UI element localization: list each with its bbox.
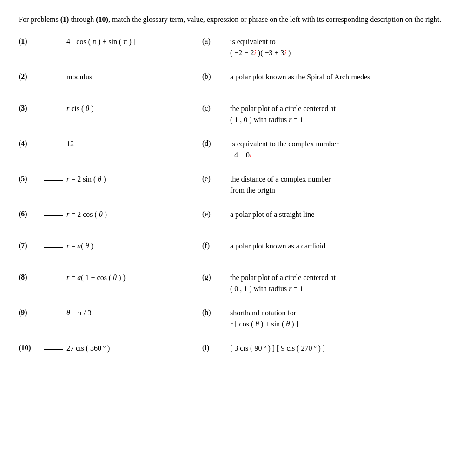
match-description: a polar plot known as the Spiral of Arch…	[230, 72, 457, 83]
problem-number: (1)	[19, 36, 44, 46]
match-letter: (a)	[202, 36, 230, 46]
problem-expression-area: θ = π / 3	[44, 307, 202, 319]
problem-expression: modulus	[66, 72, 92, 83]
problem-row: (6) r = 2 cos ( θ ) (e) a polar plot of …	[19, 209, 457, 228]
problem-number: (4)	[19, 138, 44, 148]
match-description: is equivalent to the complex number −4 +…	[230, 138, 457, 161]
match-description: the polar plot of a circle centered at (…	[230, 272, 457, 294]
problem-row: (2) modulus (b) a polar plot known as th…	[19, 72, 457, 90]
problem-expression-area: r = a( θ )	[44, 241, 202, 252]
problem-expression-area: r = a( 1 − cos ( θ ) )	[44, 272, 202, 283]
problem-expression-area: 12	[44, 138, 202, 150]
problem-expression: 4 [ cos ( π ) + sin ( π ) ]	[66, 36, 136, 47]
match-letter: (e)	[202, 209, 230, 218]
answer-blank[interactable]	[44, 349, 63, 350]
problem-number: (10)	[19, 343, 44, 352]
problem-expression: θ = π / 3	[66, 307, 91, 319]
match-description: shorthand notation for r [ cos ( θ ) + s…	[230, 307, 457, 330]
match-letter: (f)	[202, 241, 230, 250]
answer-blank[interactable]	[44, 43, 63, 43]
problem-expression: r = 2 cos ( θ )	[66, 209, 107, 220]
match-letter: (g)	[202, 272, 230, 281]
problem-row: (1) 4 [ cos ( π ) + sin ( π ) ] (a) is e…	[19, 36, 457, 59]
problem-row: (9) θ = π / 3 (h) shorthand notation for…	[19, 307, 457, 330]
problem-expression-area: r cis ( θ )	[44, 103, 202, 114]
instructions-text: For problems (1) through (10), match the…	[19, 15, 441, 23]
answer-blank[interactable]	[44, 279, 63, 279]
problem-list: (1) 4 [ cos ( π ) + sin ( π ) ] (a) is e…	[19, 36, 457, 361]
match-letter: (d)	[202, 138, 230, 148]
answer-blank[interactable]	[44, 314, 63, 314]
problem-row: (10) 27 cis ( 360 º ) (i) [ 3 cis ( 90 º…	[19, 343, 457, 361]
match-letter: (e)	[202, 174, 230, 183]
match-description: the distance of a complex number from th…	[230, 174, 457, 196]
match-letter: (c)	[202, 103, 230, 112]
answer-blank[interactable]	[44, 247, 63, 248]
problem-expression: r = a( θ )	[66, 241, 93, 252]
problem-row: (8) r = a( 1 − cos ( θ ) ) (g) the polar…	[19, 272, 457, 294]
answer-blank[interactable]	[44, 215, 63, 216]
problem-expression-area: 27 cis ( 360 º )	[44, 343, 202, 354]
match-description: [ 3 cis ( 90 º ) ] [ 9 cis ( 270 º ) ]	[230, 343, 457, 354]
match-letter: (i)	[202, 343, 230, 352]
match-description: is equivalent to ( −2 − 2i )( −3 + 3i )	[230, 36, 457, 59]
problem-expression: r cis ( θ )	[66, 103, 94, 114]
problem-expression-area: 4 [ cos ( π ) + sin ( π ) ]	[44, 36, 202, 47]
answer-blank[interactable]	[44, 180, 63, 181]
problem-row: (3) r cis ( θ ) (c) the polar plot of a …	[19, 103, 457, 125]
answer-blank[interactable]	[44, 145, 63, 145]
answer-blank[interactable]	[44, 110, 63, 110]
problem-number: (6)	[19, 209, 44, 218]
problem-expression-area: r = 2 cos ( θ )	[44, 209, 202, 220]
problem-number: (2)	[19, 72, 44, 81]
answer-blank[interactable]	[44, 78, 63, 78]
instructions: For problems (1) through (10), match the…	[19, 14, 457, 25]
problem-expression: r = a( 1 − cos ( θ ) )	[66, 272, 126, 283]
problem-number: (3)	[19, 103, 44, 112]
problem-number: (8)	[19, 272, 44, 281]
match-letter: (b)	[202, 72, 230, 81]
match-description: a polar plot of a straight line	[230, 209, 457, 220]
problem-row: (4) 12 (d) is equivalent to the complex …	[19, 138, 457, 161]
problem-number: (5)	[19, 174, 44, 183]
problem-expression-area: modulus	[44, 72, 202, 83]
problem-number: (7)	[19, 241, 44, 250]
problem-expression: 27 cis ( 360 º )	[66, 343, 110, 354]
problem-row: (7) r = a( θ ) (f) a polar plot known as…	[19, 241, 457, 259]
match-description: the polar plot of a circle centered at (…	[230, 103, 457, 125]
problem-expression-area: r = 2 sin ( θ )	[44, 174, 202, 185]
problem-row: (5) r = 2 sin ( θ ) (e) the distance of …	[19, 174, 457, 196]
problem-number: (9)	[19, 307, 44, 317]
problem-expression: 12	[66, 138, 74, 150]
match-letter: (h)	[202, 307, 230, 317]
match-description: a polar plot known as a cardioid	[230, 241, 457, 252]
problem-expression: r = 2 sin ( θ )	[66, 174, 106, 185]
